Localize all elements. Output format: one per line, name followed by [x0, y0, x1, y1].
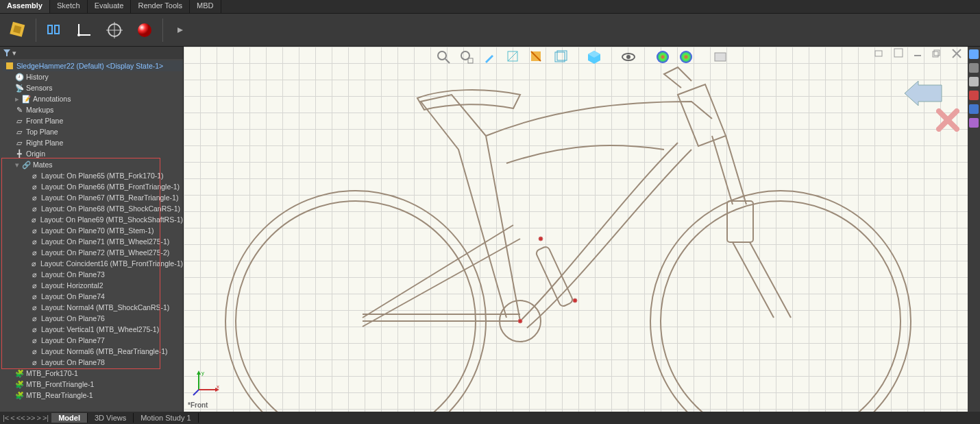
- mate-icon: ⌀: [30, 281, 38, 290]
- tree-item-history[interactable]: 🕘 History: [3, 71, 183, 82]
- mate-icon: ⌀: [30, 336, 38, 344]
- svg-marker-12: [3, 49, 10, 56]
- graphics-viewport[interactable]: y x *Front: [184, 47, 980, 412]
- tree-item-mate[interactable]: ⌀Layout: On Plane70 (MTB_Stem-1): [3, 225, 183, 236]
- tree-item-mate[interactable]: ⌀Layout: On Plane78: [3, 357, 183, 368]
- nav-rewind-icon[interactable]: <<: [16, 414, 25, 422]
- bottom-nav-controls[interactable]: |< < << >> > >|: [0, 414, 51, 422]
- tree-item-mate[interactable]: ⌀Layout: On Plane69 (MTB_ShockShaftRS-1): [3, 214, 183, 225]
- tree-item-front-plane[interactable]: ▱ Front Plane: [3, 115, 183, 126]
- menu-tab-mbd[interactable]: MBD: [190, 0, 221, 13]
- nav-ffwd-icon[interactable]: >>: [27, 414, 36, 422]
- svg-point-40: [225, 191, 486, 412]
- task-resources-icon[interactable]: [969, 63, 979, 73]
- mate-icon: ⌀: [30, 358, 38, 366]
- appearance-icon[interactable]: [131, 17, 158, 43]
- target-icon[interactable]: [101, 17, 128, 43]
- part-icon: 🧩: [15, 391, 23, 400]
- tree-item-mate[interactable]: ⌀Layout: On Plane74: [3, 291, 183, 302]
- bottom-tab-3dviews[interactable]: 3D Views: [88, 413, 134, 423]
- mate-icon: ⌀: [30, 248, 38, 257]
- svg-rect-2: [48, 25, 52, 34]
- menu-tab-evaluate[interactable]: Evaluate: [88, 0, 132, 13]
- mate-icon: ⌀: [30, 303, 38, 311]
- tree-item-mate[interactable]: ⌀Layout: On Plane76: [3, 313, 183, 324]
- menu-tab-render[interactable]: Render Tools: [131, 0, 190, 13]
- task-home-icon[interactable]: [969, 49, 979, 59]
- pattern-icon[interactable]: [40, 17, 68, 43]
- svg-point-47: [518, 319, 522, 323]
- task-properties-icon[interactable]: [969, 104, 979, 114]
- expand-caret-icon[interactable]: ▸: [15, 95, 19, 103]
- view-triad: y x: [192, 368, 221, 397]
- bottom-tab-motion[interactable]: Motion Study 1: [134, 413, 198, 423]
- tree-item-part[interactable]: 🧩 MTB_FrontTriangle-1: [3, 379, 183, 390]
- tree-item-mate[interactable]: ⌀Layout: On Plane66 (MTB_FrontTriangle-1…: [3, 181, 183, 192]
- menu-tab-assembly[interactable]: Assembly: [0, 0, 50, 13]
- bottom-tab-bar: |< < << >> > >| Model 3D Views Motion St…: [0, 412, 980, 424]
- assembly-root-icon: [5, 62, 14, 70]
- tree-item-mate[interactable]: ⌀Layout: Normal6 (MTB_RearTriangle-1): [3, 346, 183, 357]
- tree-item-annotations[interactable]: ▸ 📝 Annotations: [3, 93, 183, 104]
- mate-icon: ⌀: [30, 259, 38, 268]
- nav-prev-icon[interactable]: <: [10, 414, 14, 422]
- tree-item-mate[interactable]: ⌀Layout: On Plane77: [3, 335, 183, 346]
- tree-root[interactable]: SledgeHammer22 (Default) <Display State-…: [3, 60, 183, 71]
- history-icon: 🕘: [15, 73, 23, 82]
- mate-icon: ⌀: [30, 215, 38, 224]
- sensors-icon: 📡: [15, 84, 23, 93]
- tree-item-mate[interactable]: ⌀Layout: On Plane68 (MTB_ShockCanRS-1): [3, 203, 183, 214]
- tree-item-markups[interactable]: ✎ Markups: [3, 104, 183, 115]
- tree-item-mate[interactable]: ⌀Layout: On Plane73: [3, 269, 183, 280]
- assembly-icon[interactable]: [4, 17, 32, 43]
- tree-item-right-plane[interactable]: ▱ Right Plane: [3, 137, 183, 148]
- svg-rect-13: [6, 62, 13, 69]
- bottom-tab-model[interactable]: Model: [51, 413, 88, 423]
- tree-item-mate[interactable]: ⌀Layout: On Plane65 (MTB_Fork170-1): [3, 170, 183, 181]
- mate-icon: ⌀: [30, 182, 38, 191]
- tree-item-mate[interactable]: ⌀Layout: Coincident16 (MTB_FrontTriangle…: [3, 258, 183, 269]
- tree-item-mate[interactable]: ⌀Layout: On Plane67 (MTB_RearTriangle-1): [3, 192, 183, 203]
- feature-tree-panel[interactable]: ▾ SledgeHammer22 (Default) <Display Stat…: [0, 47, 184, 412]
- mates-icon: 🔗: [22, 161, 30, 169]
- tree-filter-row[interactable]: ▾: [0, 47, 183, 59]
- tree-root-label: SledgeHammer22 (Default) <Display State-…: [16, 62, 163, 70]
- annotations-icon: 📝: [22, 95, 30, 104]
- nav-last-icon[interactable]: >|: [42, 414, 49, 422]
- expand-panel-icon[interactable]: [167, 17, 195, 43]
- menu-tab-sketch[interactable]: Sketch: [50, 0, 88, 13]
- view-orientation-label: *Front: [188, 401, 208, 409]
- tree-item-mate[interactable]: ⌀Layout: Normal4 (MTB_ShockCanRS-1): [3, 302, 183, 313]
- tree-item-part[interactable]: 🧩 MTB_Fork170-1: [3, 368, 183, 379]
- mate-icon: ⌀: [30, 204, 38, 213]
- funnel-icon[interactable]: [3, 49, 11, 57]
- plane-icon: ▱: [15, 128, 23, 136]
- tree-item-origin[interactable]: ╋ Origin: [3, 148, 183, 159]
- main-area: ▾ SledgeHammer22 (Default) <Display Stat…: [0, 47, 980, 412]
- feature-tree: SledgeHammer22 (Default) <Display State-…: [0, 59, 183, 402]
- tree-item-mate[interactable]: ⌀Layout: Horizontal2: [3, 280, 183, 291]
- tree-item-sensors[interactable]: 📡 Sensors: [3, 82, 183, 93]
- coord-icon[interactable]: [71, 17, 98, 43]
- tree-item-mate[interactable]: ⌀Layout: On Plane72 (MTB_Wheel275-2): [3, 247, 183, 258]
- tree-item-part[interactable]: 🧩 MTB_RearTriangle-1: [3, 390, 183, 401]
- collapse-caret-icon[interactable]: ▾: [15, 161, 19, 169]
- svg-point-6: [77, 34, 80, 36]
- mate-icon: ⌀: [30, 193, 38, 202]
- nav-first-icon[interactable]: |<: [3, 414, 9, 422]
- task-library-icon[interactable]: [969, 77, 979, 86]
- mate-icon: ⌀: [30, 347, 38, 355]
- mate-icon: ⌀: [30, 325, 38, 333]
- tree-item-mate[interactable]: ⌀Layout: Vertical1 (MTB_Wheel275-1): [3, 324, 183, 335]
- nav-next-icon[interactable]: >: [36, 414, 40, 422]
- tree-item-top-plane[interactable]: ▱ Top Plane: [3, 126, 183, 137]
- svg-marker-51: [197, 370, 201, 375]
- mate-icon: ⌀: [30, 237, 38, 246]
- tree-item-mates[interactable]: ▾ 🔗 Mates: [3, 159, 183, 170]
- task-forum-icon[interactable]: [969, 118, 979, 128]
- bicycle-sketch: [184, 47, 980, 412]
- svg-text:y: y: [201, 370, 204, 376]
- origin-icon: ╋: [15, 150, 23, 158]
- tree-item-mate[interactable]: ⌀Layout: On Plane71 (MTB_Wheel275-1): [3, 236, 183, 247]
- task-appearance-icon[interactable]: [969, 91, 979, 100]
